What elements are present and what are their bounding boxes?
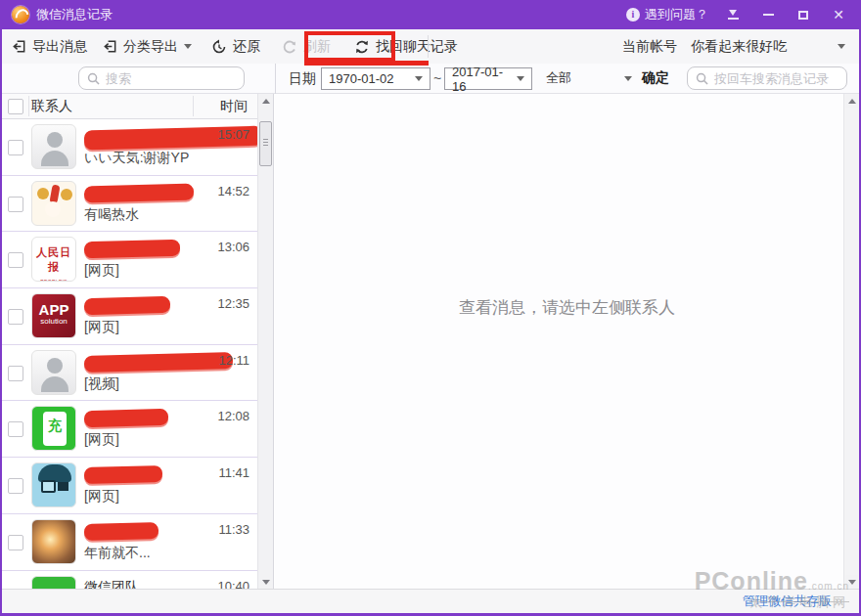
message-time: 11:33 [218, 522, 249, 537]
avatar-logo-text: APP [32, 303, 75, 317]
contact-row[interactable]: 充 [网页] 12:08 [2, 401, 257, 458]
empty-state-message: 查看消息，请选中左侧联系人 [275, 94, 859, 319]
contact-list-header: 联系人 时间 [2, 94, 257, 119]
contact-name: 微信团队 [84, 579, 139, 590]
scroll-down-arrow[interactable] [259, 575, 272, 589]
date-from-dropdown[interactable]: 1970-01-02 [321, 67, 430, 90]
message-search-input[interactable] [714, 71, 838, 86]
refresh-button[interactable]: 刷新 [282, 38, 331, 56]
message-type-dropdown[interactable]: 全部 [546, 69, 632, 87]
toolbar-separator [428, 35, 429, 58]
select-all-checkbox[interactable] [8, 99, 23, 114]
contact-avatar-blue-glasses [31, 462, 76, 507]
message-time: 11:41 [218, 465, 249, 480]
redacted-name-scribble [84, 409, 168, 427]
contact-list-scrollbar[interactable] [257, 94, 273, 589]
scroll-down-arrow[interactable] [845, 575, 858, 589]
row-checkbox[interactable] [8, 140, 23, 155]
column-divider [193, 96, 194, 116]
contact-row[interactable]: APP solution [网页] 12:35 [2, 288, 257, 345]
redacted-name-scribble [84, 352, 233, 373]
window-title: 微信消息记录 [36, 6, 113, 23]
skin-button[interactable] [722, 6, 744, 23]
confirm-button[interactable]: 确定 [642, 69, 669, 87]
export-messages-button[interactable]: 导出消息 [12, 38, 87, 56]
app-logo-icon [12, 6, 29, 23]
export-category-icon [103, 39, 117, 54]
recover-chats-button[interactable]: 找回聊天记录 [354, 38, 458, 56]
row-checkbox[interactable] [8, 252, 23, 268]
avatar-logo-text: 人民日报 [32, 245, 75, 275]
contact-row[interactable]: いい天気:谢谢YP 15:07 [2, 119, 257, 176]
last-message: 有喝热水 [84, 206, 139, 224]
minimize-button[interactable] [757, 6, 779, 23]
contact-row[interactable]: 有喝热水 14:52 [2, 176, 257, 233]
message-pane-scrollbar[interactable] [843, 94, 859, 589]
chevron-down-icon [838, 44, 845, 49]
contact-avatar-default-person [31, 350, 76, 395]
contact-row[interactable]: 微信团队 10:40 [2, 571, 257, 590]
row-checkbox[interactable] [8, 535, 23, 550]
redacted-name-scribble [84, 240, 180, 259]
contact-search-input[interactable] [106, 71, 236, 86]
contact-avatar-recharge-green: 充 [31, 406, 76, 451]
minimize-icon [763, 14, 774, 16]
row-checkbox[interactable] [8, 421, 23, 437]
help-button[interactable]: i 遇到问题？ [626, 6, 708, 23]
export-by-category-button[interactable]: 分类导出 [103, 38, 192, 56]
search-icon [87, 72, 100, 85]
contact-row[interactable]: 人民日报 PEOPLE'S DAILY [网页] 13:06 [2, 232, 257, 288]
filter-bar: 日期 1970-01-02 ~ 2017-01-16 全部 确定 [2, 64, 859, 94]
message-time: 15:07 [217, 127, 249, 142]
scrollbar-thumb[interactable] [259, 121, 272, 166]
message-search-box[interactable] [687, 66, 847, 90]
contact-search-box[interactable] [78, 66, 245, 90]
last-message: [网页] [84, 319, 119, 336]
account-dropdown[interactable]: 你看起来很好吃 [691, 38, 845, 56]
contact-row[interactable]: [视频] 12:11 [2, 345, 257, 402]
time-column-header: 时间 [220, 98, 248, 115]
contact-avatar-app-solution: APP solution [31, 293, 76, 338]
search-icon [696, 72, 708, 85]
date-range-separator: ~ [433, 70, 441, 86]
contact-avatar-peoples-daily: 人民日报 PEOPLE'S DAILY [31, 237, 76, 282]
export-icon [12, 39, 26, 54]
message-time: 14:52 [217, 184, 249, 198]
scroll-up-arrow[interactable] [845, 94, 858, 108]
row-checkbox[interactable] [8, 309, 23, 325]
contact-row[interactable]: [网页] 11:41 [2, 458, 257, 514]
last-message: 年前就不... [84, 545, 151, 562]
message-pane: 查看消息，请选中左侧联系人 [275, 94, 859, 589]
close-button[interactable]: ✕ [828, 6, 849, 23]
last-message: [网页] [84, 488, 119, 506]
contact-rows: いい天気:谢谢YP 15:07 有喝热水 14:52 人民日报 [2, 119, 257, 589]
avatar-logo-text: PEOPLE'S DAILY [32, 279, 75, 282]
message-time: 12:11 [218, 353, 249, 368]
date-to-dropdown[interactable]: 2017-01-16 [444, 67, 532, 90]
skin-icon [728, 10, 739, 20]
message-time: 13:06 [217, 240, 249, 254]
restore-button[interactable]: 还原 [211, 38, 260, 56]
contact-avatar-wechat-team [31, 576, 76, 590]
row-checkbox[interactable] [8, 478, 23, 494]
manage-coexist-link[interactable]: 管理微信共存版 [743, 593, 832, 610]
scroll-up-arrow[interactable] [259, 94, 272, 108]
row-checkbox[interactable] [8, 366, 23, 381]
refresh-icon [282, 39, 297, 55]
chevron-down-icon [184, 44, 192, 49]
triangle-up-icon [262, 99, 270, 104]
app-window: 微信消息记录 i 遇到问题？ ✕ 导出消息 分类导出 [0, 0, 861, 616]
maximize-button[interactable] [793, 6, 814, 23]
row-checkbox[interactable] [8, 197, 23, 212]
contact-row[interactable]: 年前就不... 11:33 [2, 514, 257, 571]
status-bar: 管理微信共存版 [2, 589, 859, 613]
chevron-down-icon [517, 76, 524, 81]
redacted-name-scribble [84, 465, 162, 484]
chevron-down-icon [624, 76, 632, 81]
contact-avatar-default-person [31, 124, 76, 169]
maximize-icon [798, 11, 808, 20]
current-account-label: 当前帐号 [622, 38, 677, 56]
chevron-down-icon [415, 76, 423, 81]
content-area: 联系人 时间 いい天気:谢谢YP 15:07 [2, 94, 859, 589]
message-time: 12:35 [217, 296, 249, 311]
